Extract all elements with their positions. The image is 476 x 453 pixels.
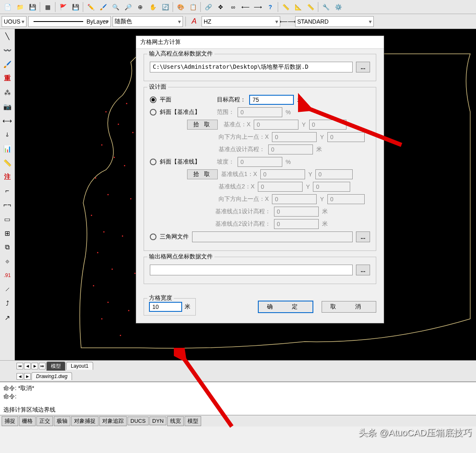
dim-style-icon[interactable]: ⟵⟶	[282, 16, 293, 27]
text-style-icon[interactable]: A	[188, 16, 200, 27]
zoom-out-icon[interactable]: 🔎	[122, 1, 134, 13]
svg-point-16	[124, 165, 125, 166]
dim-icon[interactable]: ⟶	[252, 1, 264, 13]
corner-icon[interactable]: ⌐	[1, 185, 14, 197]
offset-icon[interactable]: ⫰	[1, 128, 14, 141]
input-file-field[interactable]	[150, 62, 353, 72]
tool-icon[interactable]: 💾	[26, 1, 38, 13]
textstyle1-combo[interactable]: HZ	[202, 16, 280, 27]
flag-icon[interactable]: 🚩	[57, 1, 69, 13]
tab-next-icon[interactable]: ▶	[31, 363, 38, 369]
snap-toggle[interactable]: 捕捉	[2, 416, 18, 426]
link-icon[interactable]: 🔗	[202, 1, 214, 13]
target-elev-field[interactable]	[249, 95, 294, 105]
table-icon[interactable]: ⊞	[1, 227, 14, 239]
diag-icon[interactable]: ⟋	[1, 283, 14, 296]
arc-icon[interactable]: ⤴	[1, 297, 14, 310]
rect-icon[interactable]: ▭	[1, 213, 14, 225]
tab-prev-icon[interactable]: ◀	[24, 363, 31, 369]
grid-toggle[interactable]: 栅格	[19, 416, 36, 426]
ruler-icon[interactable]: 📏	[280, 1, 291, 13]
polyline-icon[interactable]: 〰️	[1, 44, 14, 56]
tri-browse-button[interactable]: ...	[356, 231, 370, 242]
move-icon[interactable]: ✥	[215, 1, 226, 13]
help-icon[interactable]: ?	[264, 1, 276, 13]
scale-icon[interactable]: ⧉	[1, 241, 14, 253]
sheet-icon[interactable]: 📋	[187, 1, 199, 13]
otrack-toggle[interactable]: 对象追踪	[99, 416, 127, 426]
linetype-combo[interactable]: ByLayer	[28, 16, 111, 27]
arrow-icon[interactable]: ↗	[1, 311, 14, 324]
brush-icon[interactable]: 🖌️	[97, 1, 109, 13]
group-label: 设计面	[147, 83, 168, 91]
tool-icon[interactable]: 🔧	[320, 1, 332, 13]
tab-first-icon[interactable]: ⏮	[17, 363, 23, 369]
inf-icon[interactable]: ∞	[227, 1, 239, 13]
mirror-icon[interactable]: ⟐	[1, 255, 14, 267]
camera-icon[interactable]: 📷	[1, 100, 14, 113]
tool-icon[interactable]: 📄	[2, 1, 13, 13]
file-next-icon[interactable]: ▶	[24, 373, 31, 380]
palette-icon[interactable]: 🎨	[175, 1, 186, 13]
ducs-toggle[interactable]: DUCS	[127, 417, 149, 425]
plane-radio[interactable]	[150, 96, 156, 103]
color-combo[interactable]: 随颜色	[113, 16, 183, 27]
svg-point-13	[120, 335, 121, 336]
tab-layout1[interactable]: Layout1	[66, 362, 93, 370]
slope-line-radio[interactable]	[150, 159, 156, 165]
zhu-icon[interactable]: 注	[1, 171, 14, 183]
file-tabs: ◀ ▶ Drawing1.dwg	[0, 371, 476, 382]
grid-width-field[interactable]	[149, 302, 182, 312]
ruler-icon[interactable]: 📏	[1, 157, 14, 169]
tri-file-radio[interactable]	[150, 234, 156, 240]
slope-point-radio[interactable]	[150, 109, 156, 116]
svg-point-6	[91, 215, 92, 216]
dim-icon[interactable]: ⟷	[1, 114, 14, 127]
line-icon[interactable]: ╲	[1, 30, 14, 42]
refresh-icon[interactable]: 🔄	[159, 1, 171, 13]
pick-line-button[interactable]: 拾 取	[187, 169, 218, 179]
output-browse-button[interactable]: ...	[356, 265, 370, 275]
zoom-icon[interactable]: ⊕	[135, 1, 146, 13]
layer-state-combo[interactable]: UOUS	[2, 16, 26, 27]
tab-last-icon[interactable]: ⏭	[39, 363, 46, 369]
lweight-toggle[interactable]: 线宽	[167, 416, 184, 426]
tool-icon[interactable]: ⚙️	[332, 1, 344, 13]
dyn-toggle[interactable]: DYN	[149, 417, 166, 425]
step-icon[interactable]: ⌐¬	[1, 199, 14, 211]
ruler-icon[interactable]: 📏	[305, 1, 316, 13]
dim-icon[interactable]: ⟵	[240, 1, 251, 13]
browse-button[interactable]: ...	[356, 62, 370, 72]
ortho-toggle[interactable]: 正交	[36, 416, 53, 426]
num-icon[interactable]: .91	[1, 269, 14, 282]
file-prev-icon[interactable]: ◀	[17, 373, 23, 380]
save-icon[interactable]: 💾	[70, 1, 81, 13]
chong-icon[interactable]: 重	[1, 72, 14, 84]
line1-y-field	[315, 169, 353, 179]
textstyle2-combo[interactable]: STANDARD	[295, 16, 374, 27]
line2-x-label: 基准线点2：X	[219, 183, 255, 190]
pan-icon[interactable]: ✋	[147, 1, 159, 13]
ruler-icon[interactable]: 📐	[292, 1, 304, 13]
output-file-field[interactable]	[150, 265, 353, 275]
slope-point-label: 斜面【基准点】	[160, 108, 214, 116]
cancel-button[interactable]: 取 消	[322, 301, 376, 313]
svg-point-2	[101, 145, 103, 146]
file-tab[interactable]: Drawing1.dwg	[31, 372, 72, 380]
pencil-icon[interactable]: ✏️	[85, 1, 96, 13]
tool-icon[interactable]: 📁	[14, 1, 26, 13]
polar-toggle[interactable]: 极轴	[54, 416, 70, 426]
pick-point-button[interactable]: 拾 取	[187, 120, 218, 130]
tab-model[interactable]: 模型	[46, 361, 65, 371]
command-line[interactable]: 命令: *取消* 命令: 选择计算区域边界线	[0, 382, 476, 415]
chart-icon[interactable]: 📊	[1, 142, 14, 155]
osnap-toggle[interactable]: 对象捕捉	[71, 416, 99, 426]
grid-icon[interactable]: ▦	[42, 1, 53, 13]
array-icon[interactable]: ⁂	[1, 86, 14, 99]
ok-button[interactable]: 确 定	[258, 301, 313, 313]
slope-line-label: 斜面【基准线】	[160, 158, 214, 166]
zoom-in-icon[interactable]: 🔍	[110, 1, 121, 13]
basept-x-label: 基准点：X	[224, 121, 250, 128]
model-toggle[interactable]: 模型	[185, 416, 201, 426]
brush-icon[interactable]: 🖌️	[1, 58, 14, 70]
